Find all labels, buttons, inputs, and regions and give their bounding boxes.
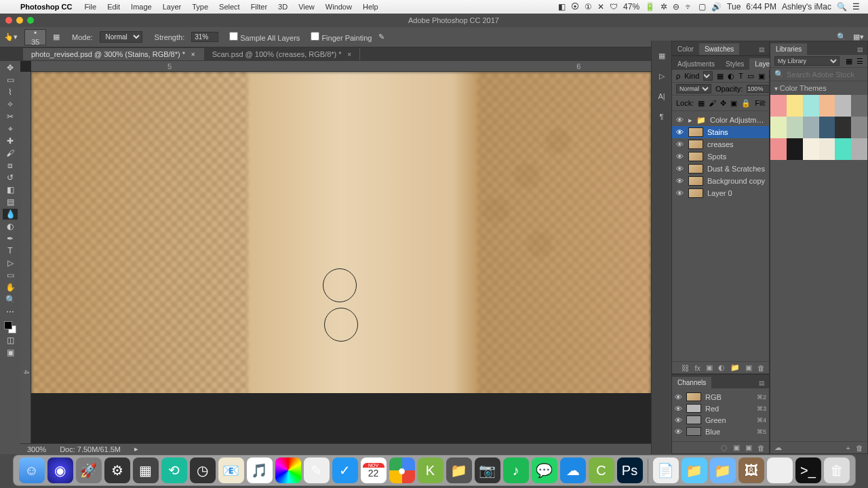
color-swatch[interactable] <box>803 95 819 117</box>
menu-type[interactable]: Type <box>192 3 208 11</box>
menu-layer[interactable]: Layer <box>163 3 182 11</box>
delete-channel-icon[interactable]: 🗑 <box>757 444 765 452</box>
menu-help[interactable]: Help <box>363 3 378 11</box>
color-swatch[interactable] <box>770 95 787 117</box>
layer-name[interactable]: Layer 0 <box>707 189 766 197</box>
library-list-icon[interactable]: ☰ <box>856 57 863 66</box>
channels-tab[interactable]: Channels <box>672 377 711 388</box>
status-icon[interactable]: 🛡 <box>610 2 618 12</box>
visibility-toggle-icon[interactable]: 👁 <box>675 165 684 173</box>
library-select[interactable]: My Library <box>774 56 840 66</box>
path-select-tool[interactable]: ▷ <box>3 258 18 268</box>
color-swatch[interactable] <box>819 117 835 138</box>
color-swatches-tool[interactable] <box>4 321 16 333</box>
eraser-tool[interactable]: ◧ <box>3 184 18 195</box>
status-flyout-icon[interactable]: ▸ <box>134 445 138 453</box>
color-swatch[interactable] <box>770 138 787 160</box>
color-themes-header[interactable]: ▾ Color Themes <box>770 81 867 95</box>
ruler-horizontal[interactable]: 5 6 <box>31 61 651 72</box>
dock-app-icon[interactable]: 📷 <box>475 458 500 483</box>
libraries-tab[interactable]: Libraries <box>770 43 807 55</box>
layer-group-icon[interactable]: 📁 <box>730 363 740 372</box>
menu-window[interactable]: Window <box>326 3 352 11</box>
battery-icon[interactable]: 🔋 <box>645 2 655 12</box>
panel-menu-icon[interactable]: ▤ <box>755 378 769 388</box>
dock-app-icon[interactable]: ◷ <box>190 458 216 483</box>
layer-name[interactable]: Background copy <box>707 177 766 185</box>
status-icon[interactable]: ⦿ <box>571 2 579 12</box>
dock-app-icon[interactable] <box>767 458 793 483</box>
color-swatch[interactable] <box>835 117 851 138</box>
dock-app-icon[interactable]: >_ <box>795 458 821 483</box>
marquee-tool[interactable]: ▭ <box>3 75 18 85</box>
menu-3d[interactable]: 3D <box>278 3 288 11</box>
zoom-level[interactable]: 300% <box>27 445 46 453</box>
type-tool[interactable]: T <box>3 245 18 256</box>
menu-filter[interactable]: Filter <box>251 3 267 11</box>
visibility-toggle-icon[interactable]: 👁 <box>675 116 684 124</box>
visibility-toggle-icon[interactable]: 👁 <box>675 128 684 136</box>
brush-panel-icon[interactable]: ▦ <box>53 33 60 41</box>
panel-menu-icon[interactable]: ▤ <box>853 44 867 55</box>
delete-layer-icon[interactable]: 🗑 <box>757 364 765 372</box>
library-grid-icon[interactable]: ▦ <box>846 57 852 66</box>
color-swatch[interactable] <box>819 138 835 160</box>
user-name[interactable]: Ashley's iMac <box>782 2 831 12</box>
lock-trans-icon[interactable]: ▦ <box>698 99 705 108</box>
dock-app-icon[interactable]: 🎵 <box>247 458 273 483</box>
pen-tool[interactable]: ✒ <box>3 233 18 244</box>
styles-tab[interactable]: Styles <box>720 58 749 70</box>
history-brush-tool[interactable]: ↺ <box>3 172 18 183</box>
status-icon[interactable]: ✕ <box>597 2 604 12</box>
stock-search-input[interactable] <box>787 70 868 79</box>
panel-menu-icon[interactable]: ▤ <box>755 44 769 55</box>
color-swatch[interactable] <box>851 117 867 138</box>
delete-content-icon[interactable]: 🗑 <box>856 444 863 452</box>
crop-tool[interactable]: ✂ <box>3 111 18 122</box>
visibility-toggle-icon[interactable]: 👁 <box>675 152 684 161</box>
color-swatch[interactable] <box>787 138 803 160</box>
lock-pos-icon[interactable]: ✥ <box>720 99 726 108</box>
adjustments-tab[interactable]: Adjustments <box>672 58 720 70</box>
menu-edit[interactable]: Edit <box>107 3 120 11</box>
group-expand-icon[interactable]: ▸ <box>688 116 692 125</box>
color-swatch[interactable] <box>835 95 851 117</box>
strength-input[interactable] <box>191 32 218 42</box>
document-canvas[interactable] <box>31 72 651 393</box>
paragraph-panel-icon[interactable]: ¶ <box>655 110 669 123</box>
smudge-tool[interactable]: 💧 <box>3 209 18 220</box>
dodge-tool[interactable]: ◐ <box>3 221 18 232</box>
filter-adjust-icon[interactable]: ◐ <box>728 72 734 81</box>
layer-thumbnail[interactable] <box>688 152 703 161</box>
color-swatch[interactable] <box>819 95 835 117</box>
load-selection-icon[interactable]: ◌ <box>721 443 728 452</box>
shape-tool[interactable]: ▭ <box>3 270 18 281</box>
move-tool[interactable]: ✥ <box>3 62 18 73</box>
color-swatch[interactable] <box>787 95 803 117</box>
status-icon[interactable]: ① <box>585 2 592 12</box>
menu-view[interactable]: View <box>298 3 315 11</box>
history-panel-icon[interactable]: ▦ <box>655 49 669 62</box>
dock-app-icon[interactable]: C <box>589 458 614 483</box>
visibility-toggle-icon[interactable]: 👁 <box>675 393 682 401</box>
dock-app-icon[interactable]: 📁 <box>710 458 736 483</box>
close-tab-icon[interactable]: × <box>191 51 195 58</box>
filter-type-icon[interactable]: T <box>738 72 743 80</box>
pressure-icon[interactable]: ✎ <box>378 33 384 41</box>
lock-artboard-icon[interactable]: ▣ <box>730 99 737 108</box>
eyedropper-tool[interactable]: ⌖ <box>3 123 18 134</box>
gradient-tool[interactable]: ▤ <box>3 197 18 207</box>
menu-select[interactable]: Select <box>219 3 240 11</box>
ruler-vertical[interactable]: 4 <box>20 72 31 454</box>
minimize-window-button[interactable] <box>16 17 23 24</box>
layer-row[interactable]: 👁Layer 0 <box>672 187 769 199</box>
dock-app-icon[interactable]: 💬 <box>532 458 557 483</box>
visibility-toggle-icon[interactable]: 👁 <box>675 405 682 413</box>
dock-app-icon[interactable]: ⚙ <box>104 458 130 483</box>
layer-name[interactable]: Stains <box>707 128 766 136</box>
healing-brush-tool[interactable]: ✚ <box>3 136 18 146</box>
dock-app-icon[interactable]: ✓ <box>332 458 358 483</box>
volume-icon[interactable]: 🔊 <box>711 2 722 12</box>
dock-app-icon[interactable]: 🖼 <box>738 458 764 483</box>
menu-file[interactable]: File <box>84 3 96 11</box>
